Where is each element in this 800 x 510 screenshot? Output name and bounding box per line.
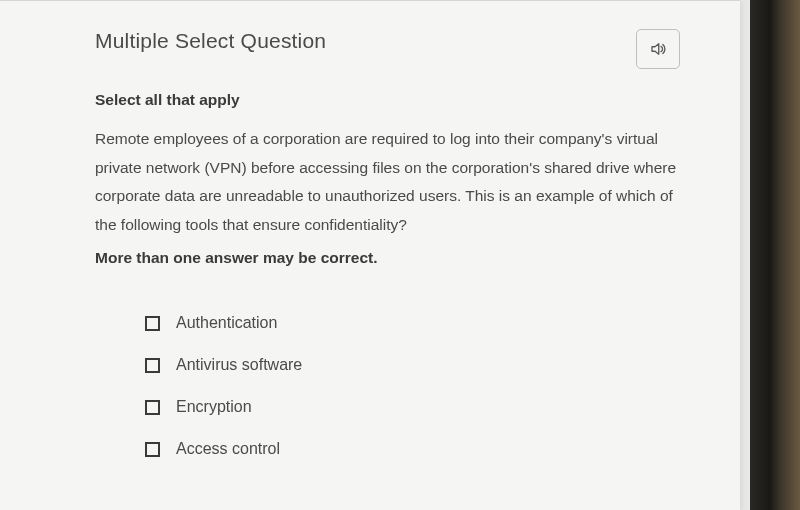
svg-marker-0 (652, 44, 659, 55)
checkbox[interactable] (145, 442, 160, 457)
option-label: Authentication (176, 314, 277, 332)
question-type-label: Multiple Select Question (95, 29, 326, 53)
speaker-icon (648, 40, 668, 58)
checkbox[interactable] (145, 358, 160, 373)
checkbox[interactable] (145, 400, 160, 415)
option-authentication[interactable]: Authentication (145, 314, 680, 332)
option-label: Antivirus software (176, 356, 302, 374)
instruction-label: Select all that apply (95, 91, 680, 109)
question-card: Multiple Select Question Select all that… (0, 0, 740, 510)
audio-button[interactable] (636, 29, 680, 69)
option-label: Encryption (176, 398, 252, 416)
option-access-control[interactable]: Access control (145, 440, 680, 458)
question-note: More than one answer may be correct. (95, 244, 680, 273)
option-antivirus-software[interactable]: Antivirus software (145, 356, 680, 374)
header-row: Multiple Select Question (95, 29, 680, 69)
checkbox[interactable] (145, 316, 160, 331)
screen-edge (750, 0, 800, 510)
option-encryption[interactable]: Encryption (145, 398, 680, 416)
question-prompt: Remote employees of a corporation are re… (95, 125, 680, 240)
option-label: Access control (176, 440, 280, 458)
options-list: Authentication Antivirus software Encryp… (95, 314, 680, 458)
